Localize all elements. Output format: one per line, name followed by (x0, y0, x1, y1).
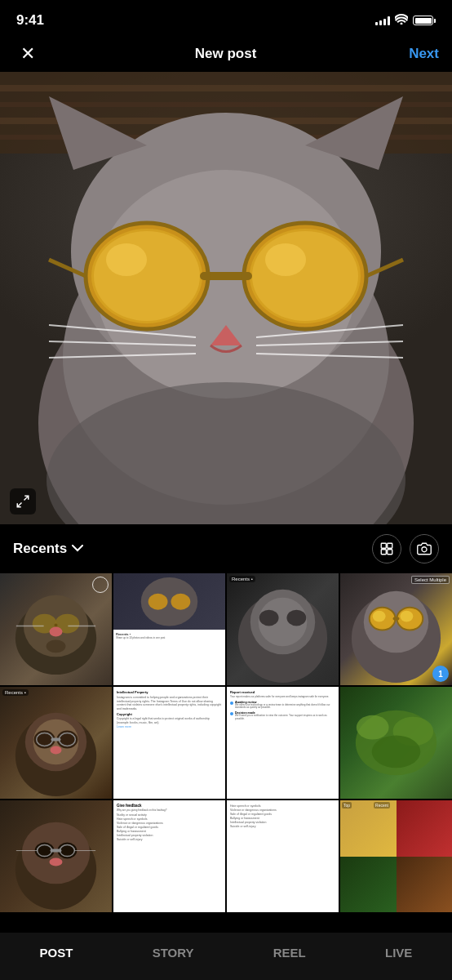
photo-cell[interactable]: Report received Your report makes our pl… (227, 687, 339, 799)
tab-story-label: STORY (153, 946, 194, 960)
svg-point-38 (422, 547, 427, 552)
photo-cell[interactable] (0, 573, 112, 685)
tab-post[interactable]: POST (30, 942, 83, 964)
battery-icon (413, 16, 436, 25)
photo-grid: Recents • Share up to 10 photos and vide… (0, 573, 452, 978)
tab-reel[interactable]: REEL (264, 942, 316, 964)
svg-point-17 (252, 231, 358, 321)
nav-title: New post (195, 46, 257, 62)
status-bar: 9:41 (0, 0, 452, 36)
recents-dropdown[interactable]: Recents (13, 541, 83, 557)
svg-rect-35 (388, 543, 392, 548)
svg-rect-84 (51, 849, 62, 853)
photo-cell[interactable]: Hate speech or symbols Violence or dange… (227, 800, 339, 912)
tab-reel-label: REEL (273, 946, 306, 960)
svg-point-54 (259, 610, 279, 626)
recents-label: Recents (13, 541, 67, 557)
wifi-icon (395, 14, 408, 27)
svg-point-85 (50, 858, 63, 866)
photo-cell[interactable]: Recents • (227, 573, 339, 685)
svg-point-73 (51, 746, 62, 754)
tab-live[interactable]: LIVE (375, 942, 422, 964)
svg-point-55 (286, 610, 306, 626)
multiple-select-button[interactable] (372, 534, 401, 564)
svg-point-45 (47, 639, 66, 653)
svg-point-77 (372, 736, 421, 768)
svg-point-75 (357, 715, 389, 740)
recents-bar: Recents (0, 524, 452, 573)
photo-cell[interactable] (340, 687, 452, 799)
status-time: 9:41 (16, 12, 44, 29)
signal-icon (375, 16, 390, 25)
svg-point-60 (373, 611, 386, 622)
svg-point-49 (148, 594, 168, 610)
photo-cell[interactable]: Give feedback Why are you giving feedbac… (113, 800, 225, 912)
photo-cell[interactable]: Top Recent (340, 800, 452, 912)
expand-button[interactable] (10, 488, 36, 514)
svg-point-13 (94, 231, 200, 321)
svg-rect-37 (388, 550, 392, 555)
select-circle (92, 577, 109, 593)
svg-point-14 (106, 243, 147, 276)
nav-bar: ✕ New post Next (0, 36, 452, 72)
tab-post-label: POST (40, 946, 73, 960)
photo-cell[interactable]: Intellectual Property Instagram is commi… (113, 687, 225, 799)
svg-line-32 (24, 496, 29, 500)
tab-items: POST STORY REEL LIVE (0, 942, 452, 964)
svg-point-61 (400, 611, 413, 622)
cat-photo (0, 72, 452, 524)
close-button[interactable]: ✕ (13, 39, 42, 69)
svg-rect-72 (51, 738, 61, 742)
tab-story[interactable]: STORY (143, 942, 204, 964)
camera-button[interactable] (410, 534, 439, 564)
chevron-down-icon (72, 543, 83, 555)
svg-rect-43 (55, 624, 58, 627)
photo-cell[interactable]: Recents • Share up to 10 photos and vide… (113, 573, 225, 685)
svg-rect-36 (381, 550, 386, 555)
svg-point-44 (50, 627, 63, 637)
recents-actions (372, 534, 439, 564)
svg-point-18 (265, 243, 306, 276)
photo-cell-selected[interactable]: Select Multiple 1 (340, 573, 452, 685)
photo-cell[interactable]: Recents • (0, 687, 112, 799)
svg-point-79 (22, 822, 90, 884)
selected-badge: 1 (432, 666, 449, 682)
tab-bar: POST STORY REEL LIVE (0, 933, 452, 980)
status-icons (375, 14, 436, 27)
photo-cell[interactable] (0, 800, 112, 912)
svg-point-50 (171, 594, 190, 610)
main-image-container (0, 72, 452, 524)
tab-live-label: LIVE (385, 946, 412, 960)
svg-rect-34 (381, 543, 386, 548)
svg-line-33 (17, 503, 21, 507)
next-button[interactable]: Next (409, 46, 439, 62)
